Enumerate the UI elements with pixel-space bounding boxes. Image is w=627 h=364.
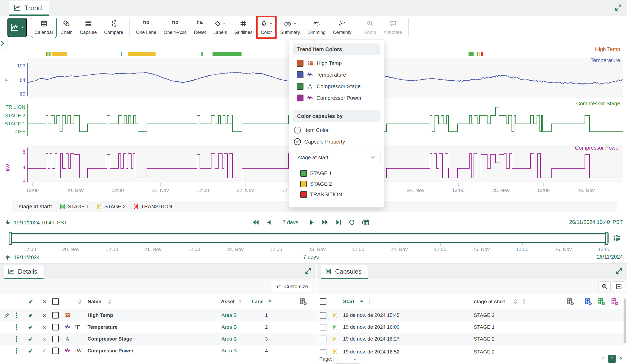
select-all-checkbox[interactable]: [320, 298, 326, 305]
sort-icon[interactable]: [107, 298, 113, 305]
row-menu-icon[interactable]: [16, 312, 17, 319]
remove-icon[interactable]: [42, 336, 47, 342]
color-item-temperature[interactable]: Temperature: [289, 69, 384, 81]
slider-handle-right[interactable]: [605, 232, 608, 245]
add-column-icon[interactable]: [566, 298, 574, 306]
color-item-compressor-power[interactable]: Compressor Power: [289, 92, 384, 104]
expand-capsules-icon[interactable]: [615, 267, 623, 275]
compare-button[interactable]: Compare: [100, 16, 127, 38]
summary-button[interactable]: Summary: [277, 16, 304, 38]
column-menu-icon[interactable]: [369, 298, 370, 305]
add-signal-column-icon[interactable]: [584, 298, 592, 306]
row-checkbox[interactable]: [320, 312, 326, 318]
edit-pencil-icon[interactable]: [4, 312, 10, 318]
capsule-bar[interactable]: [128, 52, 156, 56]
labels-button[interactable]: Labels: [210, 16, 231, 38]
details-row-high-temp[interactable]: High Temp Area B 1: [0, 309, 316, 321]
column-header-name[interactable]: Name: [88, 299, 101, 304]
item-name[interactable]: High Temp: [88, 312, 113, 318]
page-prev-button[interactable]: [599, 355, 607, 363]
one-y-axis-button[interactable]: One Y-Axis: [160, 16, 190, 38]
range-duration[interactable]: 7 days: [283, 219, 298, 225]
dimming-button[interactable]: Dimming: [304, 16, 329, 38]
investigate-range-slider[interactable]: [9, 233, 609, 243]
scrollbar-thumb[interactable]: [624, 298, 626, 343]
step-forward-half-button[interactable]: [308, 219, 315, 226]
gridlines-button[interactable]: Gridlines: [231, 16, 256, 38]
reset-button[interactable]: Reset: [190, 16, 210, 38]
tab-capsules[interactable]: Capsules: [321, 265, 368, 279]
row-menu-icon[interactable]: [16, 347, 17, 354]
color-button[interactable]: Color: [256, 16, 277, 39]
color-swatch[interactable]: [297, 60, 303, 67]
remove-icon[interactable]: [42, 312, 47, 318]
capsule-row-1[interactable]: 19 de nov. de 2024 15:45 STAGE 2: [317, 309, 627, 321]
column-header-stage[interactable]: stage at start: [474, 299, 505, 304]
view-selector-button[interactable]: [7, 18, 27, 37]
page-next-button[interactable]: [617, 355, 625, 363]
lane-label-high-temp[interactable]: High Temp: [595, 46, 620, 52]
calendar-button[interactable]: Calendar: [31, 17, 57, 38]
page-select[interactable]: 1: [334, 355, 360, 364]
capsule-property-select[interactable]: stage at start: [293, 150, 380, 165]
sort-ascending-icon[interactable]: [267, 297, 273, 303]
zoom-to-capsule-button[interactable]: [599, 281, 611, 292]
remove-all-icon[interactable]: [42, 299, 47, 305]
asset-link[interactable]: Area B: [221, 312, 237, 318]
range-start[interactable]: 19/11/2024 10:40PST: [4, 219, 67, 226]
capsule-row-4[interactable]: 19 de nov. de 2024 16:52 STAGE 2: [317, 345, 627, 354]
capsule-bar[interactable]: [52, 52, 67, 56]
range-end[interactable]: 26/11/2024 10:40PST: [569, 219, 623, 225]
asset-rocket-icon[interactable]: [27, 348, 34, 354]
remove-icon[interactable]: [42, 324, 47, 330]
certainty-button[interactable]: Certainty: [329, 16, 355, 38]
capsule-row-3[interactable]: 19 de nov. de 2024 16:27 STAGE 2: [317, 333, 627, 345]
page-current[interactable]: 1: [608, 355, 616, 363]
item-name[interactable]: Temperature: [88, 324, 118, 330]
capsule-bar[interactable]: [201, 52, 203, 56]
asset-rocket-icon[interactable]: [27, 298, 34, 305]
color-item-high-temp[interactable]: High Temp: [289, 57, 384, 69]
row-menu-icon[interactable]: [16, 323, 17, 331]
chain-button[interactable]: Chain: [57, 16, 76, 38]
slider-handle-left[interactable]: [9, 232, 12, 245]
capsule-bar[interactable]: [477, 52, 479, 56]
capsule-bar[interactable]: [121, 52, 122, 56]
row-checkbox[interactable]: [52, 336, 59, 342]
capsule-button[interactable]: Capsule: [76, 16, 100, 38]
select-all-checkbox[interactable]: [52, 298, 59, 305]
capsule-bar[interactable]: [479, 52, 480, 56]
column-menu-icon[interactable]: [523, 298, 525, 305]
details-row-temperature[interactable]: °F Temperature Area B 2: [0, 321, 316, 333]
asset-rocket-icon[interactable]: [27, 312, 34, 318]
slider-start-date[interactable]: 19/11/2024: [4, 254, 40, 261]
radio-checked[interactable]: [294, 138, 301, 145]
column-header-asset[interactable]: Asset: [221, 299, 235, 304]
add-condition-column-icon[interactable]: [597, 298, 605, 306]
collapse-rows-button[interactable]: [613, 281, 625, 292]
capsule-row-2[interactable]: 19 de nov. de 2024 16:00 STAGE 1: [317, 321, 627, 333]
details-row-compressor-power[interactable]: kW Compressor Power Area B 4: [0, 345, 316, 357]
slider-end-date[interactable]: 26/11/2024: [597, 254, 623, 260]
capsule-bar[interactable]: [475, 52, 475, 56]
annotate-button[interactable]: Annotate: [380, 16, 406, 38]
capsule-bar[interactable]: [50, 52, 51, 56]
row-checkbox[interactable]: [52, 347, 59, 354]
capsule-bar[interactable]: [49, 52, 50, 56]
expand-workbench-icon[interactable]: [614, 4, 622, 12]
expand-details-icon[interactable]: [305, 267, 312, 275]
row-checkbox[interactable]: [320, 350, 326, 354]
capsule-bar[interactable]: [481, 52, 483, 56]
capsule-bar[interactable]: [46, 52, 47, 56]
row-menu-icon[interactable]: [16, 335, 17, 342]
sort-ascending-icon[interactable]: [359, 297, 364, 303]
capsule-bar[interactable]: [469, 52, 474, 56]
radio-capsule-property[interactable]: Capsule Property: [289, 136, 384, 147]
item-name[interactable]: Compressor Power: [88, 348, 133, 354]
item-name[interactable]: Compressor Stage: [88, 336, 132, 342]
step-back-half-button[interactable]: [266, 219, 273, 226]
customize-button[interactable]: Customize: [271, 281, 312, 292]
refresh-button[interactable]: [348, 219, 355, 226]
add-metric-column-icon[interactable]: [611, 298, 619, 306]
color-swatch[interactable]: [297, 71, 303, 78]
